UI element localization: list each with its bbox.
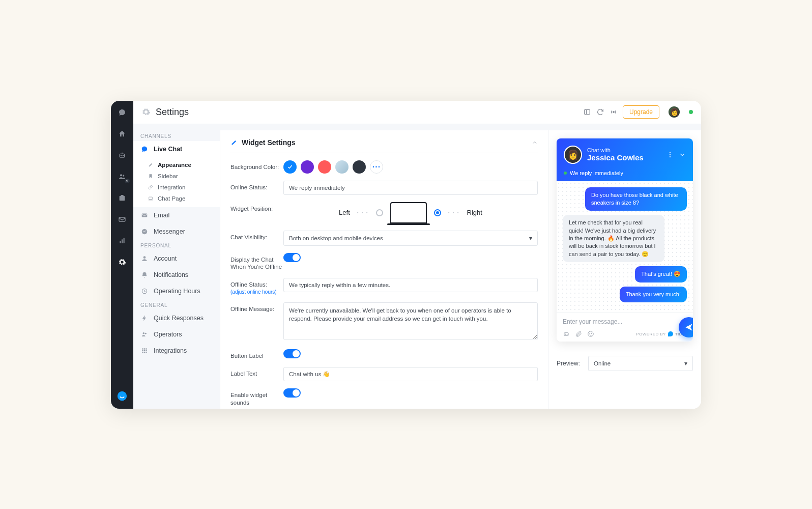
nav-rail: 9 xyxy=(111,101,133,409)
svg-rect-5 xyxy=(120,196,125,201)
collapse-icon[interactable] xyxy=(532,139,538,146)
user-avatar[interactable]: 👩 xyxy=(668,105,681,119)
sidebar-item-label: Live Chat xyxy=(154,146,182,153)
sidebar-item-hours[interactable]: Operating Hours xyxy=(133,283,220,299)
toggle-display-offline[interactable] xyxy=(283,253,301,262)
row-sounds: Enable widget sounds xyxy=(230,388,538,407)
svg-point-2 xyxy=(123,155,123,156)
preview-column: 👩 Chat with Jessica Cowles W xyxy=(548,130,701,409)
settings-sidebar: CHANNELS Live Chat Appearance Sidebar In… xyxy=(133,124,220,409)
chat-status: We reply immediately xyxy=(564,170,686,176)
messenger-icon xyxy=(140,228,149,236)
svg-point-18 xyxy=(143,332,145,334)
swatch-red[interactable] xyxy=(318,160,331,174)
bot-icon[interactable] xyxy=(118,151,127,160)
swatch-dark[interactable] xyxy=(353,160,366,174)
users-icon[interactable]: 9 xyxy=(118,172,127,181)
svg-point-34 xyxy=(567,334,567,334)
sidebar-item-integrations[interactable]: Integrations xyxy=(133,343,220,359)
svg-point-35 xyxy=(588,331,594,337)
pos-left-label: Left xyxy=(339,209,350,216)
svg-rect-28 xyxy=(146,352,147,353)
row-buttonlabel: Button Label xyxy=(230,349,538,360)
row-display-offline: Display the Chat When You're Offline xyxy=(230,253,538,271)
bell-icon xyxy=(140,271,149,279)
sidebar-item-notifications[interactable]: Notifications xyxy=(133,267,220,283)
emoji-icon[interactable] xyxy=(587,330,594,337)
status-dot-icon xyxy=(564,172,567,175)
textarea-offline-msg[interactable]: We're currently unavailable. We'll get b… xyxy=(283,302,538,340)
swatch-blue[interactable] xyxy=(283,160,297,174)
select-visibility[interactable]: Both on desktop and mobile devices▾ xyxy=(283,231,538,246)
brand-icon xyxy=(668,331,673,336)
stats-icon[interactable] xyxy=(118,236,127,245)
adjust-hours-link[interactable]: (adjust online hours) xyxy=(230,289,283,295)
operators-icon xyxy=(140,330,149,338)
label-position: Widget Position: xyxy=(230,202,283,213)
swatch-more[interactable]: ··· xyxy=(370,160,383,174)
refresh-icon[interactable] xyxy=(596,108,604,116)
svg-rect-32 xyxy=(564,333,568,336)
swatch-grey[interactable] xyxy=(335,160,349,174)
sidebar-item-quick[interactable]: Quick Responses xyxy=(133,310,220,326)
chevron-down-icon: ▾ xyxy=(684,360,687,367)
svg-point-1 xyxy=(121,155,121,156)
pos-right-radio[interactable] xyxy=(434,209,441,216)
bot-icon[interactable] xyxy=(563,330,570,337)
sub-integration[interactable]: Integration xyxy=(133,182,220,193)
svg-point-3 xyxy=(120,174,122,176)
sub-appearance[interactable]: Appearance xyxy=(133,159,220,171)
sidebar-item-account[interactable]: Account xyxy=(133,250,220,267)
sidebar-item-email[interactable]: Email xyxy=(133,207,220,223)
preview-mode-row: Preview: Online▾ xyxy=(557,356,693,371)
sidebar-item-messenger[interactable]: Messenger xyxy=(133,223,220,240)
svg-rect-21 xyxy=(144,348,145,349)
swatch-purple[interactable] xyxy=(301,160,314,174)
chat-with-label: Chat with xyxy=(587,147,644,153)
sidebar-group-channels: CHANNELS xyxy=(133,130,220,141)
sub-sidebar[interactable]: Sidebar xyxy=(133,171,220,182)
inbox-icon[interactable] xyxy=(118,193,127,203)
panel-layout-icon[interactable] xyxy=(583,108,591,116)
page-title: Settings xyxy=(156,107,189,118)
msg-user: Do you have those black and white sneake… xyxy=(585,187,687,211)
app-window: 9 Settings Upgrade 👩 CHANNELS xyxy=(111,101,701,409)
gear-icon xyxy=(141,107,151,117)
svg-rect-9 xyxy=(124,238,125,243)
settings-icon[interactable] xyxy=(118,258,127,267)
swatches: ··· xyxy=(283,160,538,174)
label-sounds: Enable widget sounds xyxy=(230,388,283,407)
broadcast-icon[interactable] xyxy=(610,108,618,116)
sidebar-group-general: GENERAL xyxy=(133,299,220,310)
pos-left-radio[interactable] xyxy=(376,209,383,216)
row-position: Widget Position: Left • • • • • • Right xyxy=(230,202,538,223)
input-labeltext[interactable] xyxy=(283,367,538,381)
svg-rect-24 xyxy=(144,350,145,351)
input-onlinestatus[interactable] xyxy=(283,181,538,195)
bolt-icon xyxy=(140,314,149,322)
label-offline-status: Offline Status:(adjust online hours) xyxy=(230,278,283,295)
minimize-icon[interactable] xyxy=(679,151,686,158)
input-offline-status[interactable] xyxy=(283,278,538,292)
label-bgcolor: Background Color: xyxy=(230,160,283,171)
home-icon[interactable] xyxy=(118,129,127,138)
livechat-sublist: Appearance Sidebar Integration Chat Page xyxy=(133,157,220,207)
main-panel: Widget Settings Background Color: ··· xyxy=(220,130,701,409)
more-icon[interactable] xyxy=(666,151,674,158)
toggle-buttonlabel[interactable] xyxy=(283,349,301,358)
upgrade-button[interactable]: Upgrade xyxy=(623,105,659,119)
chat-icon[interactable] xyxy=(118,108,127,117)
sub-chatpage[interactable]: Chat Page xyxy=(133,193,220,204)
toggle-sounds[interactable] xyxy=(283,388,301,398)
preview-select[interactable]: Online▾ xyxy=(588,356,693,371)
mail-icon[interactable] xyxy=(118,215,127,224)
chat-body: Do you have those black and white sneake… xyxy=(557,181,693,313)
label-display-offline: Display the Chat When You're Offline xyxy=(230,253,283,271)
svg-rect-26 xyxy=(142,352,143,353)
position-selector: Left • • • • • • Right xyxy=(283,202,538,223)
attach-icon[interactable] xyxy=(575,330,582,337)
sidebar-item-operators[interactable]: Operators xyxy=(133,326,220,343)
clock-icon xyxy=(140,287,149,295)
sidebar-item-livechat[interactable]: Live Chat xyxy=(133,141,220,157)
chat-input-placeholder[interactable]: Enter your message... xyxy=(563,318,687,325)
